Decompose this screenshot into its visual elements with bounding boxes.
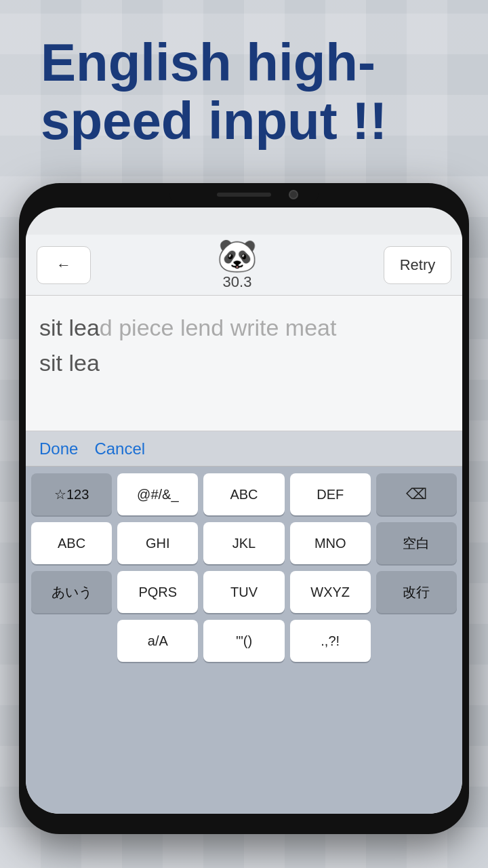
top-bar: ← 🐼 30.3 Retry — [26, 235, 462, 296]
keyboard-row-4: あいう a/A '"() .,?! 改行 — [31, 620, 457, 662]
speaker — [217, 193, 271, 197]
keyboard-row-1: ☆123 @#/&_ ABC DEF ⌫ — [31, 473, 457, 515]
cancel-button[interactable]: Cancel — [94, 439, 145, 458]
key-mno[interactable]: MNO — [290, 522, 371, 564]
key-def[interactable]: DEF — [290, 473, 371, 515]
keyboard-area: ☆123 @#/&_ ABC DEF ⌫ ABC GHI JKL MNO 空白 … — [26, 467, 462, 814]
header-title: English high- speed input !! — [41, 34, 447, 151]
remaining-text: d piece lend write meat — [100, 315, 337, 340]
text-display-area: sit lead piece lend write meat sit lea — [26, 296, 462, 431]
key-jkl[interactable]: JKL — [203, 522, 284, 564]
score-display: 30.3 — [223, 273, 252, 291]
key-ghi[interactable]: GHI — [117, 522, 198, 564]
key-symbols[interactable]: @#/&_ — [117, 473, 198, 515]
key-abc2[interactable]: ABC — [31, 522, 112, 564]
backspace-key[interactable]: ⌫ — [376, 473, 457, 515]
key-space-jp[interactable]: 空白 — [376, 522, 457, 564]
phone-frame: ← 🐼 30.3 Retry sit lead piece lend write… — [19, 183, 469, 834]
typed-text: sit lea — [39, 315, 100, 340]
notch — [169, 183, 319, 208]
key-wxyz[interactable]: WXYZ — [290, 571, 371, 613]
backspace-icon: ⌫ — [406, 486, 427, 503]
key-abc[interactable]: ABC — [203, 473, 284, 515]
keyboard-row-2: ABC GHI JKL MNO 空白 — [31, 522, 457, 564]
key-newline[interactable]: 改行 — [376, 571, 457, 613]
done-button[interactable]: Done — [39, 439, 78, 458]
key-tuv[interactable]: TUV — [203, 571, 284, 613]
retry-button[interactable]: Retry — [384, 246, 451, 284]
header-text: English high- speed input !! — [41, 34, 447, 151]
key-punctuation[interactable]: .,?! — [290, 620, 371, 662]
retry-label: Retry — [400, 256, 436, 274]
camera — [289, 190, 298, 199]
key-pqrs[interactable]: PQRS — [117, 571, 198, 613]
panda-area: 🐼 30.3 — [99, 239, 375, 291]
key-shift[interactable]: a/A — [117, 620, 198, 662]
prompt-line: sit lead piece lend write meat — [39, 312, 449, 344]
back-button[interactable]: ← — [37, 246, 91, 284]
key-aiou[interactable]: あいう — [31, 571, 112, 613]
input-line: sit lea — [39, 350, 449, 376]
phone-screen: ← 🐼 30.3 Retry sit lead piece lend write… — [26, 208, 462, 814]
back-icon: ← — [56, 256, 71, 274]
key-star123[interactable]: ☆123 — [31, 473, 112, 515]
done-cancel-bar: Done Cancel — [26, 431, 462, 467]
key-quotes[interactable]: '"() — [203, 620, 284, 662]
keyboard-row-3: あいう PQRS TUV WXYZ 改行 — [31, 571, 457, 613]
panda-icon: 🐼 — [217, 239, 258, 272]
